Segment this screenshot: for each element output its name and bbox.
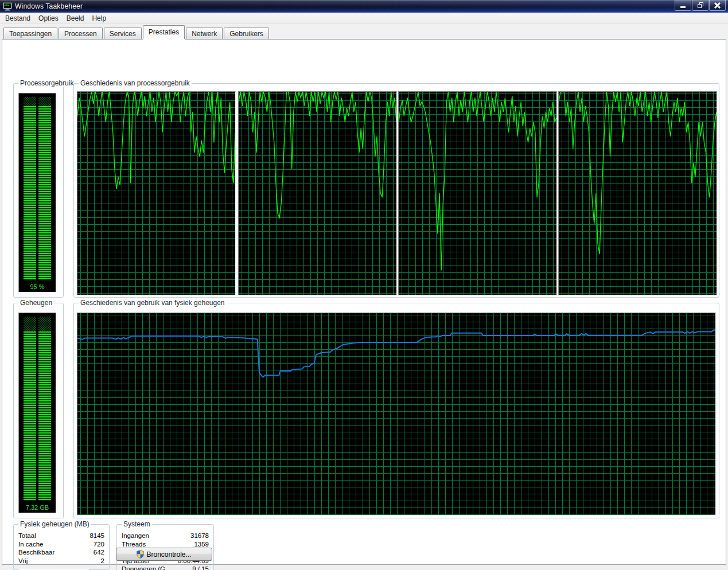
app-icon xyxy=(3,2,12,11)
minimize-icon xyxy=(680,6,686,8)
stat-row: Doorvoeren (G9 / 15 xyxy=(122,565,209,570)
title-bar[interactable]: Windows Taakbeheer xyxy=(0,0,728,13)
memory-gauge-groupbox: Geheugen 7,32 GB xyxy=(13,303,64,518)
system-label: Systeem xyxy=(122,520,152,528)
stat-label: Doorvoeren (G xyxy=(122,565,165,570)
stat-row: Ingangen31678 xyxy=(122,532,209,540)
cpu-history-groupbox: Geschiedenis van processorgebruik xyxy=(73,83,719,298)
cpu-history-graph-3 xyxy=(398,91,557,295)
cpu-history-graph-2 xyxy=(238,91,397,295)
close-button[interactable] xyxy=(709,0,726,11)
tab-strip: ToepassingenProcessenServicesPrestatiesN… xyxy=(3,27,270,39)
stat-label: Vrij xyxy=(18,557,28,565)
cpu-history-graph-4 xyxy=(558,91,717,295)
stat-value: 9 / 15 xyxy=(192,565,209,570)
menu-item-bestand[interactable]: Bestand xyxy=(1,13,34,24)
stat-label: Threads xyxy=(122,540,146,549)
window-title: Windows Taakbeheer xyxy=(15,2,83,10)
tab-processen[interactable]: Processen xyxy=(59,28,103,39)
tab-prestaties[interactable]: Prestaties xyxy=(143,25,185,39)
resource-monitor-button-label: Broncontrole... xyxy=(146,551,191,559)
stat-row: Vrij2 xyxy=(18,557,104,565)
stat-value: 31678 xyxy=(190,532,209,540)
stat-row: Totaal8145 xyxy=(18,532,104,540)
cpu-history-graph-1 xyxy=(77,91,236,295)
stat-label: Totaal xyxy=(18,532,36,540)
stat-value: 642 xyxy=(94,548,104,557)
tab-netwerk[interactable]: Netwerk xyxy=(186,28,223,39)
memory-usage-value: 7,32 GB xyxy=(19,504,56,511)
tab-gebruikers[interactable]: Gebruikers xyxy=(224,28,269,39)
memory-history-groupbox: Geschiedenis van gebruik van fysiek gehe… xyxy=(73,303,719,518)
stat-row: In cache720 xyxy=(18,540,104,549)
memory-history-graph xyxy=(77,313,716,516)
resource-monitor-button[interactable]: Broncontrole... xyxy=(116,548,212,561)
minimize-button[interactable] xyxy=(675,0,691,11)
restore-icon xyxy=(698,2,703,8)
tab-toepassingen[interactable]: Toepassingen xyxy=(3,28,57,39)
stat-row: Beschikbaar642 xyxy=(18,548,104,557)
performance-tab-page: Processorgebruik 95 % Geschiedenis van p… xyxy=(2,39,726,565)
close-icon xyxy=(714,2,721,9)
restore-button[interactable] xyxy=(692,0,708,11)
menu-bar: BestandOptiesBeeldHelp xyxy=(0,13,728,24)
taskmgr-window: { "window": { "title": "Windows Taakbehe… xyxy=(0,0,728,570)
memory-gauge-label: Geheugen xyxy=(18,299,54,307)
stat-label: Beschikbaar xyxy=(18,548,54,557)
cpu-usage-value: 95 % xyxy=(19,283,56,290)
menu-item-opties[interactable]: Opties xyxy=(34,13,63,24)
cpu-gauge-groupbox: Processorgebruik 95 % xyxy=(13,83,64,298)
memory-usage-gauge: 7,32 GB xyxy=(18,313,56,513)
physical-memory-label: Fysiek geheugen (MB) xyxy=(18,520,91,528)
cpu-gauge-label: Processorgebruik xyxy=(18,79,75,87)
cpu-history-label: Geschiedenis van processorgebruik xyxy=(79,79,192,87)
cpu-usage-gauge: 95 % xyxy=(18,93,56,292)
tab-services[interactable]: Services xyxy=(104,28,142,39)
stat-row: Threads1359 xyxy=(122,540,209,549)
stat-label: Ingangen xyxy=(122,532,149,540)
stat-value: 720 xyxy=(94,540,104,549)
stat-value: 2 xyxy=(101,557,104,565)
memory-history-label: Geschiedenis van gebruik van fysiek gehe… xyxy=(79,299,227,307)
stat-label: In cache xyxy=(18,540,43,549)
menu-item-help[interactable]: Help xyxy=(88,13,110,24)
stat-value: 8145 xyxy=(89,532,104,540)
physical-memory-groupbox: Fysiek geheugen (MB) Totaal8145In cache7… xyxy=(13,524,110,570)
uac-shield-icon xyxy=(137,550,144,559)
system-groupbox: Systeem Ingangen31678Threads1359Processe… xyxy=(116,524,214,570)
menu-item-beeld[interactable]: Beeld xyxy=(63,13,88,24)
stat-value: 1359 xyxy=(194,540,209,549)
